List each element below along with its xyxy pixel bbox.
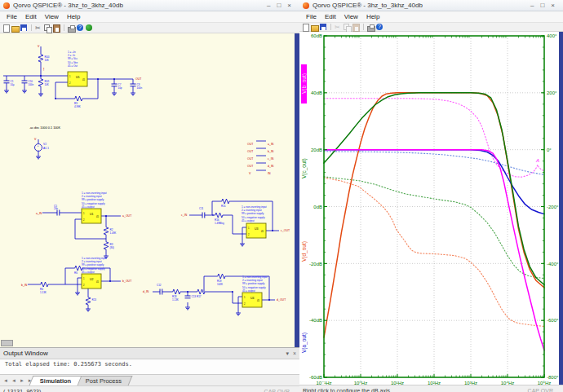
maximize-icon[interactable]: □: [277, 2, 281, 9]
svg-text:R6: R6: [74, 271, 78, 275]
menu-file[interactable]: File: [2, 13, 21, 20]
help-icon[interactable]: ?: [77, 24, 84, 32]
svg-text:OUT: OUT: [135, 77, 142, 81]
output-window-header[interactable]: Output Window ▾ ×: [0, 348, 299, 359]
menu-file[interactable]: File: [302, 13, 321, 20]
menu-help[interactable]: Help: [63, 13, 84, 20]
tab-scroll-prev-icon[interactable]: ◄: [10, 376, 18, 385]
bottom-tabbar: ◄ ◄ ► ► Simulation Post Process: [0, 374, 299, 385]
svg-text:10²Hz: 10²Hz: [428, 381, 441, 385]
svg-text:OUT: OUT: [247, 157, 254, 161]
svg-text:V: V: [249, 172, 251, 175]
close-output-icon[interactable]: ×: [293, 350, 296, 357]
menu-edit[interactable]: Edit: [21, 13, 41, 20]
svg-text:c_IN: c_IN: [181, 214, 188, 217]
cursor-a-marker: A: [535, 158, 539, 163]
help-icon[interactable]: ?: [376, 24, 383, 31]
right-statusbar: Right click to configure the dB axis. CA…: [299, 385, 563, 392]
close-icon[interactable]: ×: [551, 2, 555, 9]
svg-text:OUT: OUT: [247, 165, 254, 168]
svg-text:-400°: -400°: [547, 262, 559, 266]
menu-edit[interactable]: Edit: [321, 13, 340, 20]
svg-text:V: V: [34, 138, 37, 141]
svg-text:b_IN: b_IN: [21, 284, 28, 287]
svg-text:d_IN: d_IN: [268, 165, 274, 168]
new-icon[interactable]: [302, 24, 309, 31]
collapse-icon[interactable]: ▾: [286, 350, 289, 357]
new-icon[interactable]: [2, 24, 10, 32]
tab-post-process[interactable]: Post Process: [75, 376, 133, 385]
svg-text:100n: 100n: [29, 83, 34, 86]
svg-text:1.13K: 1.13K: [40, 291, 47, 294]
copy-icon[interactable]: [44, 24, 51, 32]
left-titlebar[interactable]: Qorvo QSPICE® - 3hz_to_3khz_40db – □ ×: [0, 0, 299, 11]
signal-label-vd_out[interactable]: V(d_out): [301, 234, 307, 270]
new-glyph: [3, 24, 10, 33]
tab-scroll-next-icon[interactable]: ►: [18, 376, 26, 385]
tab-simulation[interactable]: Simulation: [29, 376, 82, 385]
svg-text:.ac dec 1000 0.1 100K: .ac dec 1000 0.1 100K: [29, 126, 60, 130]
print-glyph: [367, 26, 375, 32]
cursor-coordinates: (-13131,-9623): [3, 389, 41, 392]
svg-text:10⁰Hz: 10⁰Hz: [354, 381, 367, 385]
open-icon[interactable]: [11, 24, 19, 32]
svg-text:a_IN: a_IN: [268, 143, 274, 146]
svg-text:-200°: -200°: [547, 205, 559, 209]
right-titlebar[interactable]: Qorvo QSPICE® - 3hz_to_3khz_40db – □ ×: [299, 0, 563, 11]
minimize-icon[interactable]: –: [267, 2, 270, 9]
svg-text:d_IN: d_IN: [143, 290, 149, 293]
svg-text:U4: U4: [250, 297, 255, 300]
cap-ovr-indicator: CAP OVR: [264, 389, 296, 392]
schematic-canvas[interactable]: RU010KRU110KR94.99KR21.49KR3(80)R41.13KR…: [0, 33, 299, 347]
svg-text:102K: 102K: [217, 283, 223, 286]
schematic-window: Qorvo QSPICE® - 3hz_to_3khz_40db – □ × F…: [0, 0, 300, 392]
save-icon[interactable]: [20, 24, 28, 32]
svg-text:0dB: 0dB: [313, 205, 322, 209]
save-icon[interactable]: [320, 24, 327, 31]
svg-text:V2: V2: [43, 143, 47, 146]
menu-help[interactable]: Help: [362, 13, 383, 20]
svg-text:45 = output: 45 = output: [242, 289, 255, 293]
help-glyph: ?: [77, 24, 83, 31]
svg-text:C12: C12: [157, 284, 162, 287]
svg-text:10⁵Hz: 10⁵Hz: [538, 381, 552, 385]
signal-label-vb_out[interactable]: V(b_out): [301, 64, 307, 104]
minimize-icon[interactable]: –: [530, 2, 534, 9]
svg-text:AC 1: AC 1: [43, 147, 49, 150]
svg-text:OUT: OUT: [247, 143, 254, 146]
cut-icon[interactable]: ✂: [35, 24, 42, 32]
tab-scroll-first-icon[interactable]: ◄: [2, 376, 10, 385]
signal-label-vc_out[interactable]: V(c_out): [301, 151, 307, 187]
qspice-app-icon: [303, 2, 309, 9]
run-icon[interactable]: [86, 24, 93, 32]
print-icon[interactable]: [68, 24, 75, 32]
print-icon[interactable]: [367, 24, 375, 31]
signal-label-va_out[interactable]: V(a_out): [301, 325, 307, 361]
cut-icon: ✂: [335, 24, 342, 31]
menu-view[interactable]: View: [41, 13, 63, 20]
menu-view[interactable]: View: [340, 13, 362, 20]
svg-text:45 = Out: 45 = Out: [68, 64, 78, 68]
right-toolbar: ✂?: [299, 23, 563, 32]
svg-text:c_IN: c_IN: [268, 157, 274, 161]
close-icon[interactable]: ×: [287, 2, 291, 9]
svg-text:U2: U2: [90, 278, 94, 281]
svg-text:-60dB: -60dB: [309, 375, 322, 380]
svg-text:R17: R17: [197, 295, 202, 298]
svg-text:U3: U3: [255, 227, 259, 231]
svg-text:V: V: [38, 45, 40, 48]
maximize-icon[interactable]: □: [540, 2, 544, 9]
bode-plot-panel[interactable]: 60dB400°10⁻¹Hz40dB200°10⁰Hz20dB0°10¹Hz0d…: [299, 32, 563, 385]
schematic-hscrollbar[interactable]: [1, 340, 13, 346]
paste-icon[interactable]: [53, 24, 60, 32]
open-icon[interactable]: [311, 24, 318, 31]
cut-glyph: ✂: [335, 24, 340, 31]
svg-text:100n: 100n: [137, 86, 143, 90]
svg-text:a_OUT: a_OUT: [122, 214, 132, 218]
svg-text:10K: 10K: [45, 83, 49, 86]
toolbar-separator: [31, 24, 32, 31]
svg-text:24n: 24n: [54, 207, 58, 210]
plot-vscrollbar[interactable]: [559, 32, 563, 385]
right-menubar: File Edit View Help: [299, 11, 563, 23]
waveform-window: Qorvo QSPICE® - 3hz_to_3khz_40db – □ × F…: [299, 0, 563, 392]
